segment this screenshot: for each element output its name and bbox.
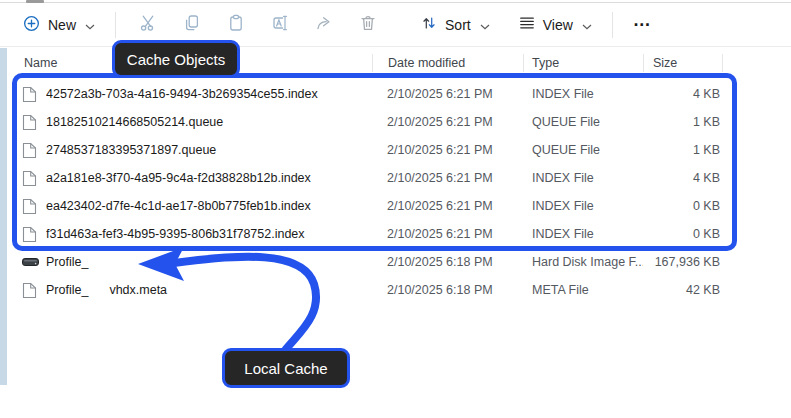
- file-size: 0 KB: [643, 199, 720, 213]
- file-name: f31d463a-fef3-4b95-9395-806b31f78752.ind…: [46, 227, 387, 241]
- chevron-down-icon: [582, 17, 592, 33]
- rename-button[interactable]: [258, 7, 302, 43]
- file-name-suffix: vhdx.meta: [109, 283, 167, 297]
- file-name: 2748537183395371897.queue: [46, 143, 387, 157]
- new-button[interactable]: New: [14, 8, 103, 42]
- file-name: 18182510214668505214.queue: [46, 115, 387, 129]
- share-button[interactable]: [302, 7, 346, 43]
- table-row[interactable]: f31d463a-fef3-4b95-9395-806b31f78752.ind…: [0, 220, 791, 248]
- column-divider: [372, 54, 373, 72]
- table-row[interactable]: ea423402-d7fe-4c1d-ae17-8b0b775feb1b.ind…: [0, 192, 791, 220]
- paste-button[interactable]: [214, 7, 258, 43]
- sort-button[interactable]: Sort: [412, 8, 498, 41]
- chevron-down-icon: [85, 17, 95, 33]
- file-name: 42572a3b-703a-4a16-9494-3b269354ce55.ind…: [46, 87, 387, 101]
- table-row[interactable]: a2a181e8-3f70-4a95-9c4a-f2d38828b12b.ind…: [0, 164, 791, 192]
- rename-icon: [270, 13, 290, 36]
- file-type: QUEUE File: [532, 115, 643, 129]
- annotation-label-text: Local Cache: [244, 360, 327, 377]
- file-date-modified: 2/10/2025 6:21 PM: [387, 115, 532, 129]
- document-icon: [22, 86, 46, 103]
- sort-arrows-icon: [420, 14, 438, 35]
- file-type: META File: [532, 283, 643, 297]
- file-date-modified: 2/10/2025 6:18 PM: [387, 255, 532, 269]
- hard-disk-icon: [22, 257, 46, 267]
- table-row[interactable]: 42572a3b-703a-4a16-9494-3b269354ce55.ind…: [0, 80, 791, 108]
- file-date-modified: 2/10/2025 6:18 PM: [387, 283, 532, 297]
- toolbar-separator: [612, 12, 613, 38]
- list-lines-icon: [518, 14, 536, 35]
- scissors-icon: [138, 13, 158, 36]
- file-name: Profile_vhdx.meta: [46, 283, 387, 297]
- column-header-row: Name Date modified Type Size: [0, 47, 791, 79]
- file-date-modified: 2/10/2025 6:21 PM: [387, 171, 532, 185]
- sort-button-label: Sort: [445, 17, 471, 33]
- delete-button[interactable]: [346, 7, 390, 43]
- file-size: 1 KB: [643, 143, 720, 157]
- file-name: Profile_: [46, 255, 387, 269]
- view-button[interactable]: View: [510, 8, 600, 41]
- column-header-label: Type: [532, 56, 559, 70]
- copy-button[interactable]: [170, 7, 214, 43]
- file-type: INDEX File: [532, 199, 643, 213]
- file-size: 42 KB: [643, 283, 720, 297]
- document-icon: [22, 226, 46, 243]
- file-size: 1 KB: [643, 115, 720, 129]
- clipboard-icon: [226, 13, 246, 36]
- document-icon: [22, 114, 46, 131]
- column-header-label: Size: [653, 56, 677, 70]
- file-date-modified: 2/10/2025 6:21 PM: [387, 87, 532, 101]
- file-size: 4 KB: [643, 87, 720, 101]
- file-explorer-window: New: [0, 0, 791, 418]
- document-icon: [22, 170, 46, 187]
- command-toolbar: New: [0, 3, 791, 46]
- column-header-label: Date modified: [388, 56, 465, 70]
- column-header-name[interactable]: Name: [0, 47, 372, 79]
- file-date-modified: 2/10/2025 6:21 PM: [387, 227, 532, 241]
- column-divider: [722, 54, 723, 72]
- file-size: 167,936 KB: [643, 255, 720, 269]
- file-date-modified: 2/10/2025 6:21 PM: [387, 199, 532, 213]
- annotation-label-local-cache: Local Cache: [222, 348, 350, 388]
- toolbar-separator: [115, 12, 116, 38]
- document-icon: [22, 282, 46, 299]
- file-type: INDEX File: [532, 227, 643, 241]
- file-date-modified: 2/10/2025 6:21 PM: [387, 143, 532, 157]
- file-type: QUEUE File: [532, 143, 643, 157]
- share-icon: [314, 13, 334, 36]
- table-row[interactable]: Profile_2/10/2025 6:18 PMHard Disk Image…: [0, 248, 791, 276]
- table-row[interactable]: 2748537183395371897.queue2/10/2025 6:21 …: [0, 136, 791, 164]
- document-icon: [22, 198, 46, 215]
- file-name: ea423402-d7fe-4c1d-ae17-8b0b775feb1b.ind…: [46, 199, 387, 213]
- trash-icon: [358, 13, 378, 36]
- plus-circle-icon: [22, 14, 41, 36]
- copy-icon: [182, 13, 202, 36]
- file-name: a2a181e8-3f70-4a95-9c4a-f2d38828b12b.ind…: [46, 171, 387, 185]
- file-list: 42572a3b-703a-4a16-9494-3b269354ce55.ind…: [0, 80, 791, 304]
- file-size: 4 KB: [643, 171, 720, 185]
- column-divider: [643, 54, 644, 72]
- cut-button[interactable]: [126, 7, 170, 43]
- file-type: Hard Disk Image F...: [532, 255, 643, 269]
- column-header-type[interactable]: Type: [523, 47, 643, 79]
- view-button-label: View: [543, 17, 573, 33]
- file-type: INDEX File: [532, 171, 643, 185]
- table-row[interactable]: 18182510214668505214.queue2/10/2025 6:21…: [0, 108, 791, 136]
- column-divider: [523, 54, 524, 72]
- more-options-button[interactable]: …: [623, 14, 662, 35]
- column-header-date-modified[interactable]: Date modified: [372, 47, 523, 79]
- document-icon: [22, 142, 46, 159]
- column-header-size[interactable]: Size: [643, 47, 723, 79]
- file-type: INDEX File: [532, 87, 643, 101]
- new-button-label: New: [48, 17, 76, 33]
- chevron-down-icon: [480, 17, 490, 33]
- column-header-label: Name: [24, 56, 57, 70]
- more-options-icon: …: [633, 10, 652, 31]
- table-row[interactable]: Profile_vhdx.meta2/10/2025 6:18 PMMETA F…: [0, 276, 791, 304]
- file-size: 0 KB: [643, 227, 720, 241]
